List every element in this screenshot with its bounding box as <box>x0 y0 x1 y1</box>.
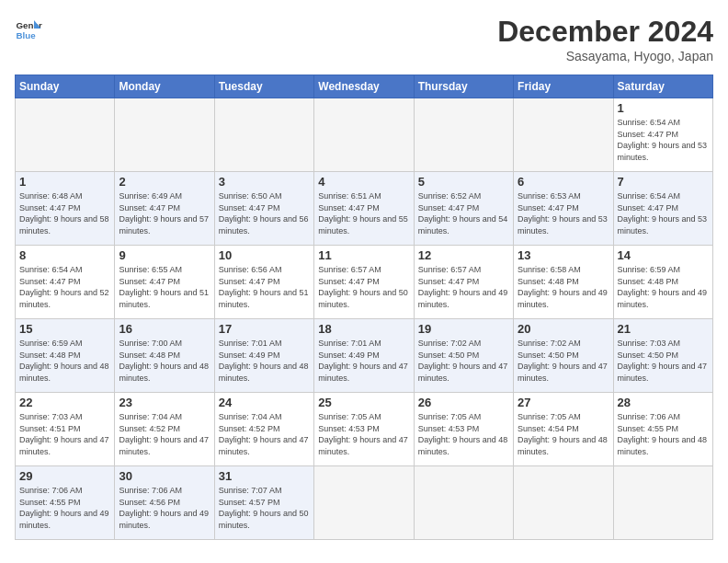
day-info: Sunrise: 7:00 AMSunset: 4:48 PMDaylight:… <box>119 338 210 384</box>
title-block: December 2024 Sasayama, Hyogo, Japan <box>497 15 713 63</box>
day-number: 23 <box>119 396 210 409</box>
calendar-cell: 25Sunrise: 7:05 AMSunset: 4:53 PMDayligh… <box>314 393 414 466</box>
day-info: Sunrise: 6:48 AMSunset: 4:47 PMDaylight:… <box>19 190 110 236</box>
calendar-cell <box>115 98 214 172</box>
calendar-body: 1Sunrise: 6:54 AMSunset: 4:47 PMDaylight… <box>16 98 713 540</box>
calendar-cell: 22Sunrise: 7:03 AMSunset: 4:51 PMDayligh… <box>16 393 115 466</box>
calendar-cell: 26Sunrise: 7:05 AMSunset: 4:53 PMDayligh… <box>414 393 513 466</box>
day-number: 3 <box>219 175 310 189</box>
week-row-2: 1Sunrise: 6:48 AMSunset: 4:47 PMDaylight… <box>16 172 713 246</box>
day-number: 1 <box>618 101 709 115</box>
calendar-cell: 14Sunrise: 6:59 AMSunset: 4:48 PMDayligh… <box>613 246 712 319</box>
day-number: 17 <box>219 322 310 336</box>
calendar-cell: 27Sunrise: 7:05 AMSunset: 4:54 PMDayligh… <box>514 393 613 466</box>
day-number: 10 <box>219 248 310 262</box>
calendar-cell <box>514 98 613 172</box>
header-monday: Monday <box>115 75 214 98</box>
week-row-3: 8Sunrise: 6:54 AMSunset: 4:47 PMDaylight… <box>16 246 713 319</box>
day-number: 24 <box>219 396 310 409</box>
week-row-6: 29Sunrise: 7:06 AMSunset: 4:55 PMDayligh… <box>16 466 713 540</box>
day-number: 5 <box>418 175 509 189</box>
calendar-cell: 29Sunrise: 7:06 AMSunset: 4:55 PMDayligh… <box>16 466 115 540</box>
day-number: 27 <box>518 396 609 409</box>
day-number: 19 <box>418 322 509 336</box>
calendar-cell <box>16 98 115 172</box>
day-info: Sunrise: 6:57 AMSunset: 4:47 PMDaylight:… <box>318 264 409 310</box>
day-info: Sunrise: 6:50 AMSunset: 4:47 PMDaylight:… <box>219 190 310 236</box>
calendar-cell <box>414 98 513 172</box>
calendar-cell: 1Sunrise: 6:48 AMSunset: 4:47 PMDaylight… <box>16 172 115 246</box>
day-number: 15 <box>19 322 110 336</box>
week-row-1: 1Sunrise: 6:54 AMSunset: 4:47 PMDaylight… <box>16 98 713 172</box>
header-tuesday: Tuesday <box>214 75 313 98</box>
calendar-cell: 9Sunrise: 6:55 AMSunset: 4:47 PMDaylight… <box>115 246 214 319</box>
header-friday: Friday <box>514 75 613 98</box>
day-info: Sunrise: 7:03 AMSunset: 4:51 PMDaylight:… <box>19 411 110 457</box>
calendar-cell: 7Sunrise: 6:54 AMSunset: 4:47 PMDaylight… <box>613 172 712 246</box>
calendar-table: SundayMondayTuesdayWednesdayThursdayFrid… <box>15 75 713 540</box>
logo: General Blue <box>15 15 42 42</box>
day-info: Sunrise: 6:58 AMSunset: 4:48 PMDaylight:… <box>518 264 609 310</box>
day-info: Sunrise: 7:01 AMSunset: 4:49 PMDaylight:… <box>318 338 409 384</box>
day-info: Sunrise: 6:54 AMSunset: 4:47 PMDaylight:… <box>618 190 709 236</box>
calendar-cell: 13Sunrise: 6:58 AMSunset: 4:48 PMDayligh… <box>514 246 613 319</box>
calendar-cell: 8Sunrise: 6:54 AMSunset: 4:47 PMDaylight… <box>16 246 115 319</box>
calendar-cell: 21Sunrise: 7:03 AMSunset: 4:50 PMDayligh… <box>613 319 712 393</box>
day-number: 31 <box>219 469 310 483</box>
svg-text:Blue: Blue <box>17 30 37 40</box>
day-number: 7 <box>618 175 709 189</box>
calendar-cell <box>214 98 313 172</box>
header-sunday: Sunday <box>16 75 115 98</box>
day-number: 14 <box>618 248 709 262</box>
month-title: December 2024 <box>497 15 713 49</box>
day-number: 2 <box>119 175 210 189</box>
day-number: 4 <box>318 175 409 189</box>
day-number: 29 <box>19 469 110 483</box>
calendar-cell: 18Sunrise: 7:01 AMSunset: 4:49 PMDayligh… <box>314 319 414 393</box>
day-info: Sunrise: 7:07 AMSunset: 4:57 PMDaylight:… <box>219 485 310 531</box>
calendar-cell: 19Sunrise: 7:02 AMSunset: 4:50 PMDayligh… <box>414 319 513 393</box>
calendar-cell: 4Sunrise: 6:51 AMSunset: 4:47 PMDaylight… <box>314 172 414 246</box>
day-number: 20 <box>518 322 609 336</box>
header-saturday: Saturday <box>613 75 712 98</box>
header-row: SundayMondayTuesdayWednesdayThursdayFrid… <box>16 75 713 98</box>
day-number: 9 <box>119 248 210 262</box>
day-number: 6 <box>518 175 609 189</box>
page-header: General Blue December 2024 Sasayama, Hyo… <box>15 15 713 63</box>
day-number: 13 <box>518 248 609 262</box>
header-thursday: Thursday <box>414 75 513 98</box>
day-info: Sunrise: 7:05 AMSunset: 4:54 PMDaylight:… <box>518 411 609 457</box>
week-row-4: 15Sunrise: 6:59 AMSunset: 4:48 PMDayligh… <box>16 319 713 393</box>
day-number: 8 <box>19 248 110 262</box>
calendar-cell: 3Sunrise: 6:50 AMSunset: 4:47 PMDaylight… <box>214 172 313 246</box>
day-number: 22 <box>19 396 110 409</box>
day-info: Sunrise: 6:52 AMSunset: 4:47 PMDaylight:… <box>418 190 509 236</box>
calendar-cell: 31Sunrise: 7:07 AMSunset: 4:57 PMDayligh… <box>214 466 313 540</box>
calendar-cell: 16Sunrise: 7:00 AMSunset: 4:48 PMDayligh… <box>115 319 214 393</box>
day-number: 30 <box>119 469 210 483</box>
day-number: 18 <box>318 322 409 336</box>
day-info: Sunrise: 7:02 AMSunset: 4:50 PMDaylight:… <box>418 338 509 384</box>
calendar-cell: 20Sunrise: 7:02 AMSunset: 4:50 PMDayligh… <box>514 319 613 393</box>
calendar-cell: 24Sunrise: 7:04 AMSunset: 4:52 PMDayligh… <box>214 393 313 466</box>
logo-icon: General Blue <box>15 15 42 42</box>
calendar-cell: 6Sunrise: 6:53 AMSunset: 4:47 PMDaylight… <box>514 172 613 246</box>
day-number: 25 <box>318 396 409 409</box>
day-info: Sunrise: 7:04 AMSunset: 4:52 PMDaylight:… <box>119 411 210 457</box>
day-info: Sunrise: 7:04 AMSunset: 4:52 PMDaylight:… <box>219 411 310 457</box>
header-wednesday: Wednesday <box>314 75 414 98</box>
day-info: Sunrise: 6:54 AMSunset: 4:47 PMDaylight:… <box>19 264 110 310</box>
day-info: Sunrise: 7:06 AMSunset: 4:55 PMDaylight:… <box>19 485 110 531</box>
calendar-cell <box>414 466 513 540</box>
calendar-cell: 1Sunrise: 6:54 AMSunset: 4:47 PMDaylight… <box>613 98 712 172</box>
day-number: 12 <box>418 248 509 262</box>
day-number: 11 <box>318 248 409 262</box>
day-info: Sunrise: 7:02 AMSunset: 4:50 PMDaylight:… <box>518 338 609 384</box>
calendar-header: SundayMondayTuesdayWednesdayThursdayFrid… <box>16 75 713 98</box>
day-number: 28 <box>618 396 709 409</box>
day-info: Sunrise: 7:03 AMSunset: 4:50 PMDaylight:… <box>618 338 709 384</box>
calendar-cell: 2Sunrise: 6:49 AMSunset: 4:47 PMDaylight… <box>115 172 214 246</box>
day-info: Sunrise: 6:53 AMSunset: 4:47 PMDaylight:… <box>518 190 609 236</box>
calendar-cell: 5Sunrise: 6:52 AMSunset: 4:47 PMDaylight… <box>414 172 513 246</box>
calendar-cell: 23Sunrise: 7:04 AMSunset: 4:52 PMDayligh… <box>115 393 214 466</box>
